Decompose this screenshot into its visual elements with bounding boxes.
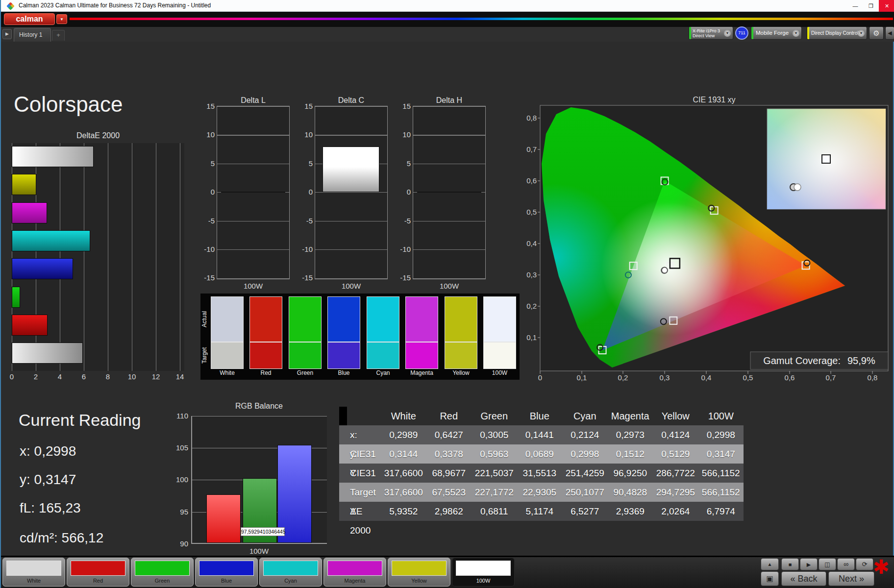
- tab-history-1[interactable]: History 1: [14, 28, 51, 42]
- rgb-balance-chart: [191, 416, 327, 544]
- actual-swatch-100w: [483, 296, 516, 342]
- patch-button-white[interactable]: White: [2, 558, 65, 587]
- chevron-down-icon: ▼: [793, 30, 799, 37]
- delta-ytick: 0: [296, 188, 313, 196]
- cie-measured-100W: [662, 268, 668, 273]
- tab-scroll-button[interactable]: ▶: [2, 29, 12, 39]
- delta-ytick: 10: [394, 130, 411, 139]
- svg-text:0,7: 0,7: [826, 373, 836, 382]
- patch-color: [199, 561, 254, 576]
- target-row-label: Target: [201, 342, 210, 369]
- window-title: Calman 2023 Calman Ultimate for Business…: [19, 2, 211, 9]
- svg-text:0,3: 0,3: [660, 373, 670, 382]
- collapse-panel-button[interactable]: ◀: [885, 26, 894, 40]
- maximize-button[interactable]: ❐: [863, 0, 879, 12]
- deltae-xtick: 8: [103, 372, 113, 381]
- cie-title: CIE 1931 xy: [693, 96, 735, 104]
- loop-button[interactable]: ∞: [837, 558, 855, 570]
- svg-text:0,3: 0,3: [526, 270, 537, 279]
- deltae-bar-green: [12, 287, 20, 308]
- patch-color: [6, 561, 61, 576]
- patch-button-cyan[interactable]: Cyan: [259, 558, 322, 587]
- actual-swatch-yellow: [445, 296, 477, 342]
- calman-menu-button[interactable]: calman: [4, 13, 55, 25]
- calman-menu-dropdown[interactable]: ▼: [56, 14, 67, 24]
- gamut-coverage-value: 95,9%: [847, 355, 875, 366]
- rgb-xlabel: 100W: [191, 547, 327, 555]
- play-button[interactable]: ▶: [800, 558, 818, 570]
- table-row-target-y: Target Y 317,660067,5523 227,177222,9305…: [339, 483, 744, 502]
- patch-button-green[interactable]: Green: [131, 558, 194, 587]
- page-title: Colorspace: [14, 92, 123, 117]
- display-control-name: Direct Display Control: [811, 27, 859, 39]
- next-button[interactable]: Next »: [828, 571, 874, 586]
- step-button[interactable]: ◫: [819, 558, 836, 570]
- patch-button-100w[interactable]: 100W: [452, 558, 515, 587]
- target-swatch-white: [211, 342, 244, 369]
- gamut-coverage-label: Gamut Coverage:: [763, 355, 841, 366]
- back-button[interactable]: « Back: [781, 571, 826, 586]
- svg-text:0,1: 0,1: [577, 373, 587, 382]
- delta-ytick: 0: [198, 188, 215, 196]
- patch-label: Red: [67, 578, 129, 584]
- delta-ytick: 0: [394, 188, 411, 196]
- patch-button-blue[interactable]: Blue: [195, 558, 258, 587]
- patch-button-magenta[interactable]: Magenta: [323, 558, 386, 587]
- swatch-label: 100W: [483, 369, 516, 376]
- up-arrow-icon: ▲: [768, 562, 772, 567]
- app-icon: [7, 2, 14, 10]
- chevron-down-icon: ▼: [724, 30, 731, 37]
- current-reading-title: Current Reading: [19, 411, 141, 430]
- gamut-coverage: Gamut Coverage: 95,9%: [750, 352, 888, 369]
- patch-label: Blue: [196, 578, 257, 584]
- actual-swatch-blue: [327, 296, 360, 342]
- delta-h-zero-line: [417, 192, 481, 193]
- meter-selector[interactable]: X-Rite i1Pro 3 Direct View ▼: [689, 26, 733, 40]
- delta-c-chart: [315, 106, 388, 279]
- patch-label: Green: [131, 578, 193, 584]
- deltae-xtick: 4: [55, 372, 65, 381]
- minimize-button[interactable]: —: [847, 0, 863, 12]
- patch-label: Cyan: [260, 578, 322, 584]
- delta-ytick: -10: [296, 245, 313, 253]
- refresh-button[interactable]: ⟳: [856, 558, 873, 570]
- patch-button-yellow[interactable]: Yellow: [388, 558, 450, 587]
- stop-button[interactable]: ■: [781, 558, 799, 570]
- swatch-label: Blue: [327, 369, 360, 376]
- col-header: Magenta: [608, 407, 653, 425]
- rgb-ytick: 110: [163, 412, 188, 420]
- close-button[interactable]: ✕: [879, 0, 894, 12]
- table-row-y: y: CIE31 0,31440,3378 0,59630,0689 0,299…: [339, 444, 744, 464]
- target-swatch-green: [289, 342, 322, 369]
- delta-c-bar: [323, 147, 379, 193]
- patch-button-red[interactable]: Red: [67, 558, 129, 587]
- meter-status-edge: [689, 27, 691, 39]
- svg-text:0,2: 0,2: [526, 302, 537, 310]
- inset-measured-marker: [794, 184, 801, 191]
- swatch-label: Red: [249, 369, 282, 376]
- settings-button[interactable]: ⚙: [869, 26, 884, 40]
- table-header-row: White Red Green Blue Cyan Magenta Yellow…: [339, 407, 744, 425]
- scroll-up-button[interactable]: ▲: [761, 558, 779, 570]
- patch-color: [135, 561, 190, 576]
- delta-ytick: 10: [198, 130, 215, 139]
- display-status-edge: [807, 27, 809, 39]
- source-status-edge: [751, 27, 753, 39]
- deltae-xtick: 10: [127, 372, 137, 381]
- patch-label: White: [3, 578, 65, 584]
- meter-badge[interactable]: 711: [735, 26, 748, 40]
- delta-ytick: -10: [394, 245, 411, 253]
- actual-swatch-green: [289, 296, 322, 342]
- refresh-icon: ⟳: [862, 561, 868, 568]
- target-swatch-red: [249, 342, 282, 369]
- source-name: Mobile Forge: [756, 27, 789, 39]
- pattern-window-button[interactable]: ▣: [761, 571, 779, 586]
- svg-text:0,5: 0,5: [526, 208, 537, 216]
- target-swatch-cyan: [367, 342, 399, 369]
- svg-text:0,6: 0,6: [526, 176, 537, 185]
- new-tab-button[interactable]: +: [52, 30, 65, 41]
- delta-ytick: 10: [296, 130, 313, 139]
- display-control-selector[interactable]: Direct Display Control ▼: [807, 26, 867, 40]
- patch-color: [263, 561, 318, 576]
- source-selector[interactable]: Mobile Forge ▼: [751, 26, 802, 40]
